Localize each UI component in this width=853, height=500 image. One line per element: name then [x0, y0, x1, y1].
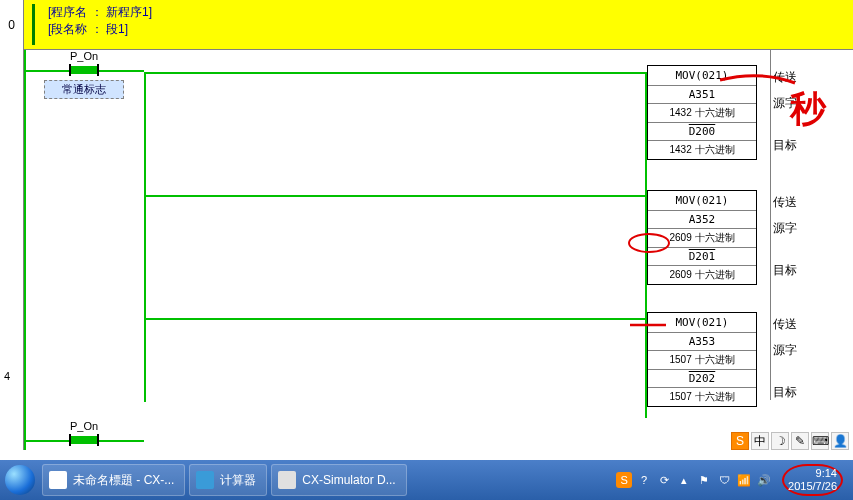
clock-date: 2015/7/26 [788, 480, 837, 493]
tray-shield-icon[interactable]: 🛡 [716, 472, 732, 488]
side-label: 目标 [773, 262, 797, 279]
tray-help-icon[interactable]: ? [636, 472, 652, 488]
taskbar-label: 计算器 [220, 472, 256, 489]
instruction-box-2[interactable]: MOV(021) A353 1507 十六进制 D202 1507 十六进制 [647, 312, 757, 407]
rung-index: 0 [8, 18, 15, 32]
edit-icon[interactable]: ✎ [791, 432, 809, 450]
taskbar-label: 未命名標題 - CX-... [73, 472, 174, 489]
rung-index-bottom: 4 [4, 370, 10, 382]
side-label: 源字 [773, 342, 797, 359]
ime-zhong-icon[interactable]: 中 [751, 432, 769, 450]
taskbar-app-2[interactable]: CX-Simulator D... [271, 464, 406, 496]
taskbar-app-0[interactable]: 未命名標題 - CX-... [42, 464, 185, 496]
moon-icon[interactable]: ☽ [771, 432, 789, 450]
ime-tray: S 中 ☽ ✎ ⌨ 👤 [727, 430, 853, 452]
simulator-icon [278, 471, 296, 489]
program-header: [程序名 ： 新程序1] [段名称 ： 段1] [24, 0, 853, 50]
tray-flag-icon[interactable]: ⚑ [696, 472, 712, 488]
tray-sync-icon[interactable]: ⟳ [656, 472, 672, 488]
taskbar-app-1[interactable]: 计算器 [189, 464, 267, 496]
side-label: 目标 [773, 384, 797, 401]
side-label: 传送 [773, 69, 797, 86]
side-label: 源字 [773, 95, 797, 112]
rung-gutter: 0 [0, 0, 24, 50]
program-name-line: [程序名 ： 新程序1] [48, 4, 845, 21]
contact-p-on-2[interactable]: P_On [24, 420, 144, 460]
sogou-icon[interactable]: S [731, 432, 749, 450]
contact-label: P_On [24, 50, 144, 62]
taskbar-label: CX-Simulator D... [302, 473, 395, 487]
tray-network-icon[interactable]: 📶 [736, 472, 752, 488]
ladder-gutter: 4 [0, 50, 24, 450]
section-name-line: [段名称 ： 段1] [48, 21, 845, 38]
clock-time: 9:14 [788, 467, 837, 480]
side-label: 传送 [773, 316, 797, 333]
calculator-icon [196, 471, 214, 489]
instruction-box-0[interactable]: MOV(021) A351 1432 十六进制 D200 1432 十六进制 [647, 65, 757, 160]
side-label: 源字 [773, 220, 797, 237]
side-label: 目标 [773, 137, 797, 154]
contact-comment: 常通标志 [44, 80, 124, 99]
app-icon [49, 471, 67, 489]
tray-volume-icon[interactable]: 🔊 [756, 472, 772, 488]
instr-title: MOV(021) [648, 66, 756, 86]
start-button[interactable] [0, 460, 40, 500]
keyboard-icon[interactable]: ⌨ [811, 432, 829, 450]
instr-title: MOV(021) [648, 313, 756, 333]
taskbar: 未命名標題 - CX-... 计算器 CX-Simulator D... S ?… [0, 460, 853, 500]
instruction-box-1[interactable]: MOV(021) A352 2609 十六进制 D201 2609 十六进制 [647, 190, 757, 285]
ladder-canvas[interactable]: P_On 常通标志 MOV(021) A351 1432 十六进制 D200 [24, 50, 853, 450]
contact-p-on[interactable]: P_On 常通标志 [24, 50, 144, 90]
user-icon[interactable]: 👤 [831, 432, 849, 450]
tray-sogou-icon[interactable]: S [616, 472, 632, 488]
tray-chevron-icon[interactable]: ▴ [676, 472, 692, 488]
taskbar-clock[interactable]: 9:14 2015/7/26 [776, 464, 849, 496]
side-label: 传送 [773, 194, 797, 211]
instr-title: MOV(021) [648, 191, 756, 211]
